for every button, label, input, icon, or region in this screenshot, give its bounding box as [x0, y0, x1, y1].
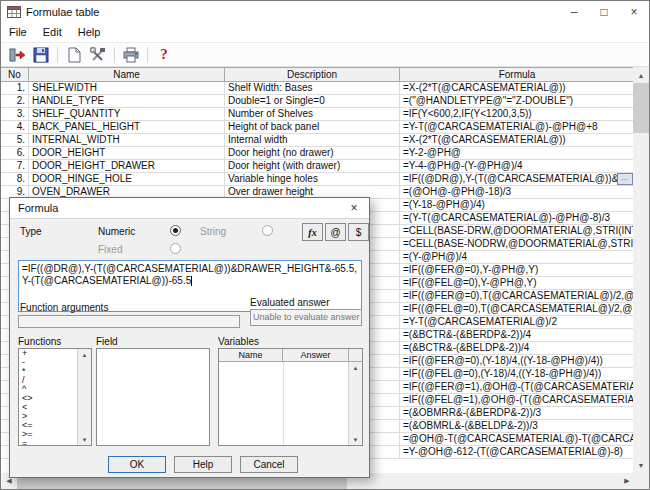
formulae-table-window: Formulae table – □ × File Edit Help — [0, 0, 650, 490]
cell-name: BACK_PANEL_HEIGHT — [29, 121, 225, 133]
cell-formula: =IF((@FEL@=0),T(@CARCASEMATERIAL@)/2,@PH… — [400, 303, 635, 315]
scroll-down-icon[interactable]: ▼ — [633, 457, 649, 473]
scroll-down-icon[interactable]: ▼ — [78, 434, 91, 445]
cell-formula: =IF(Y<600,2,IF(Y<1200,3,5)) — [400, 108, 635, 120]
variables-grid[interactable]: Name Answer ▲ ▼ — [218, 348, 363, 446]
functions-listbox[interactable]: +-*/^<><><=>== ▲ ▼ — [18, 348, 92, 446]
cell-no: 7. — [1, 160, 29, 172]
header-description[interactable]: Description — [225, 68, 400, 81]
formula-text: =(Y-18-@PH@)/4) — [403, 199, 485, 211]
title-bar[interactable]: Formulae table – □ × — [1, 1, 649, 23]
table-row[interactable]: 2.HANDLE_TYPEDouble=1 or Single=0=("@HAN… — [1, 95, 635, 108]
save-icon[interactable] — [29, 44, 53, 66]
cancel-button[interactable]: Cancel — [240, 456, 298, 473]
header-formula[interactable]: Formula — [400, 68, 635, 81]
radio-label-string: String — [200, 226, 226, 237]
evaluated-answer-label: Evaluated answer — [250, 297, 330, 308]
table-row[interactable]: 4.BACK_PANEL_HEIGHTHeight of back panel=… — [1, 121, 635, 134]
function-item[interactable]: < — [19, 403, 78, 412]
ok-button[interactable]: OK — [108, 456, 166, 473]
scroll-up-icon[interactable]: ▲ — [633, 67, 649, 83]
dialog-title-bar[interactable]: Formula × — [10, 198, 369, 219]
maximize-button[interactable]: □ — [589, 1, 619, 23]
formula-text: =CELL(BASE-DRW,@DOORMATERIAL@,STRI(INT(X… — [403, 225, 634, 237]
functions-list: +-*/^<><><=>== — [19, 349, 78, 445]
formula-text: =IF((@FER@=0),Y-@PH@,Y) — [403, 264, 538, 276]
vertical-scrollbar[interactable]: ▲ ▼ — [633, 67, 649, 473]
cell-formula: =Y-@OH@-612-(T(@CARCASEMATERIAL@)-8) — [400, 446, 635, 458]
function-item[interactable]: <> — [19, 394, 78, 403]
new-document-icon[interactable] — [62, 44, 86, 66]
column-divider — [283, 362, 284, 445]
menu-edit[interactable]: Edit — [35, 23, 70, 42]
table-row[interactable]: 6.DOOR_HEIGHTDoor height (no drawer)=Y-2… — [1, 147, 635, 160]
field-listbox[interactable] — [96, 348, 210, 446]
cell-no: 2. — [1, 95, 29, 107]
insert-at-button[interactable]: @ — [325, 223, 346, 241]
functions-scrollbar[interactable]: ▲ ▼ — [77, 349, 91, 445]
header-name[interactable]: Name — [29, 68, 225, 81]
table-row[interactable]: 7.DOOR_HEIGHT_DRAWERDoor height (with dr… — [1, 160, 635, 173]
table-row[interactable]: 3.SHELF_QUANTITYNumber of Shelves=IF(Y<6… — [1, 108, 635, 121]
function-item[interactable]: * — [19, 367, 78, 376]
cell-formula: =@OH@-T(@CARCASEMATERIAL@)-T(@CARCASEMAT… — [400, 433, 635, 445]
variables-scrollbar[interactable]: ▲ ▼ — [348, 362, 362, 445]
insert-dollar-button[interactable]: $ — [348, 223, 369, 241]
function-item[interactable]: + — [19, 349, 78, 358]
cell-name: SHELF_QUANTITY — [29, 108, 225, 120]
formula-text: =@OH@-T(@CARCASEMATERIAL@)-T(@CARCASEMAT… — [403, 433, 634, 445]
cell-no: 5. — [1, 134, 29, 146]
toolbar-separator — [114, 47, 115, 63]
cell-no: 6. — [1, 147, 29, 159]
cell-description: Double=1 or Single=0 — [225, 95, 400, 107]
function-item[interactable]: >= — [19, 430, 78, 439]
cell-description: Door height (no drawer) — [225, 147, 400, 159]
cell-formula: =IF((@FER@=0),Y-@PH@,Y) — [400, 264, 635, 276]
cell-description: Height of back panel — [225, 121, 400, 133]
cell-formula: =(&BCTR&-(&BERDP&-2))/4 — [400, 329, 635, 341]
help-icon[interactable]: ? — [152, 44, 176, 66]
function-item[interactable]: = — [19, 439, 78, 445]
scrollbar-corner — [633, 473, 649, 489]
scroll-up-icon[interactable]: ▲ — [78, 349, 91, 360]
vertical-scroll-thumb[interactable] — [633, 83, 649, 133]
menu-help[interactable]: Help — [70, 23, 109, 42]
import-icon[interactable] — [5, 44, 29, 66]
cell-formula: =CELL(BASE-NODRW,@DOORMATERIAL@,STRI(INT… — [400, 238, 635, 250]
radio-label-fixed: Fixed — [98, 244, 122, 255]
formula-text: =IF((@FEL@=1),@OH@-(T(@CARCASEMATERIAL@)… — [403, 394, 634, 406]
insert-function-button[interactable]: fx — [302, 223, 323, 241]
cell-formula: =(&OBMRR&-(&BERDP&-2))/3 — [400, 407, 635, 419]
radio-numeric[interactable] — [170, 225, 181, 236]
radio-fixed[interactable] — [170, 243, 181, 254]
variables-header-answer[interactable]: Answer — [283, 349, 349, 361]
table-row[interactable]: 5.INTERNAL_WIDTHInternal width=X-(2*T(@C… — [1, 134, 635, 147]
variables-label: Variables — [218, 336, 259, 347]
formula-text: =IF(Y<600,2,IF(Y<1200,3,5)) — [403, 108, 532, 120]
cell-formula: =X-(2*T(@CARCASEMATERIAL@)) — [400, 134, 635, 146]
function-item[interactable]: - — [19, 358, 78, 367]
formula-text: =(&BCTR&-(&BERDP&-2))/4 — [403, 329, 531, 341]
variables-header-name[interactable]: Name — [219, 349, 283, 361]
scroll-down-icon[interactable]: ▼ — [349, 434, 362, 445]
function-item[interactable]: / — [19, 376, 78, 385]
help-button[interactable]: Help — [174, 456, 232, 473]
table-row[interactable]: 8.DOOR_HINGE_HOLEVariable hinge holes=IF… — [1, 173, 635, 186]
cell-formula: =IF((@FEL@=0),(Y-18)/4,((Y-18-@PH@)/4)) — [400, 368, 635, 380]
variables-header: Name Answer — [219, 349, 362, 362]
close-button[interactable]: × — [619, 1, 649, 23]
header-no[interactable]: No — [1, 68, 29, 81]
formula-edit-button[interactable]: … — [617, 173, 633, 185]
formula-text: =CELL(BASE-NODRW,@DOORMATERIAL@,STRI(INT… — [403, 238, 634, 250]
minimize-button[interactable]: – — [559, 1, 589, 23]
dialog-close-icon[interactable]: × — [339, 198, 369, 218]
print-icon[interactable] — [119, 44, 143, 66]
formula-text: =Y-2-@PH@ — [403, 147, 461, 159]
radio-string[interactable] — [262, 225, 273, 236]
menu-file[interactable]: File — [1, 23, 35, 42]
scroll-up-icon[interactable]: ▲ — [349, 362, 362, 373]
cell-description: Door height (with drawer) — [225, 160, 400, 172]
tools-icon[interactable] — [86, 44, 110, 66]
formula-text: =IF((@FEL@=0),Y-@PH@,Y) — [403, 277, 537, 289]
table-row[interactable]: 1.SHELFWIDTHShelf Width: Bases=X-(2*T(@C… — [1, 82, 635, 95]
